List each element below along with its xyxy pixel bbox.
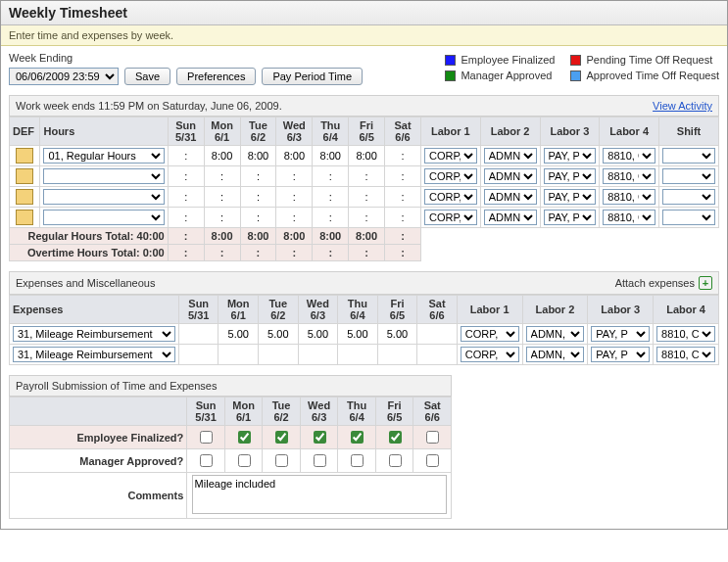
save-button[interactable]: Save (124, 68, 170, 85)
hours-cell[interactable] (388, 149, 417, 163)
expense-cell[interactable] (341, 327, 374, 341)
labor2-select[interactable]: ADMN, (526, 347, 585, 362)
hours-cell[interactable] (315, 149, 345, 163)
hours-cell[interactable] (279, 149, 309, 163)
expense-cell[interactable] (262, 348, 295, 361)
expense-cell[interactable] (302, 327, 335, 341)
labor2-select[interactable]: ADMN, (526, 326, 585, 342)
attach-expenses-link[interactable]: Attach expenses (615, 277, 695, 289)
emp-final-sat[interactable] (426, 431, 439, 444)
hours-cell[interactable] (352, 190, 381, 204)
labor1-select[interactable]: CORP, (424, 189, 477, 205)
def-icon[interactable] (16, 210, 33, 225)
shift-select[interactable] (662, 189, 715, 205)
hours-cell[interactable] (244, 190, 273, 204)
hours-type-select[interactable] (43, 210, 164, 225)
mgr-appr-sun[interactable] (200, 454, 213, 467)
expense-cell[interactable] (381, 327, 414, 341)
labor2-select[interactable]: ADMN, (484, 168, 537, 184)
labor2-select[interactable]: ADMN, (484, 148, 537, 164)
labor1-select[interactable]: CORP, (424, 168, 477, 184)
hours-cell[interactable] (171, 190, 201, 204)
hours-cell[interactable] (279, 169, 309, 183)
hours-cell[interactable] (315, 169, 345, 183)
hours-cell[interactable] (352, 149, 381, 163)
mgr-appr-tue[interactable] (275, 454, 288, 467)
mgr-appr-fri[interactable] (389, 454, 402, 467)
mgr-appr-wed[interactable] (314, 454, 326, 467)
pay-period-button[interactable]: Pay Period Time (262, 68, 363, 85)
hours-cell[interactable] (171, 169, 201, 183)
hours-cell[interactable] (171, 211, 201, 224)
expense-cell[interactable] (420, 327, 454, 341)
preferences-button[interactable]: Preferences (176, 68, 256, 85)
hours-cell[interactable] (244, 149, 273, 163)
labor3-select[interactable]: PAY, P (544, 148, 597, 164)
emp-final-wed[interactable] (314, 431, 326, 444)
labor3-select[interactable]: PAY, P (591, 347, 650, 362)
hours-cell[interactable] (315, 190, 345, 204)
hours-cell[interactable] (244, 211, 273, 224)
labor1-select[interactable]: CORP, (461, 326, 519, 342)
hours-cell[interactable] (208, 211, 237, 224)
hours-cell[interactable] (279, 190, 309, 204)
labor2-select[interactable]: ADMN, (484, 189, 537, 205)
view-activity-link[interactable]: View Activity (653, 100, 712, 112)
shift-select[interactable] (662, 210, 715, 225)
hours-cell[interactable] (388, 169, 417, 183)
mgr-appr-mon[interactable] (238, 454, 251, 467)
comments-textarea[interactable] (192, 475, 447, 514)
mgr-appr-sat[interactable] (426, 454, 439, 467)
hours-cell[interactable] (315, 211, 345, 224)
emp-final-thu[interactable] (351, 431, 364, 444)
expense-cell[interactable] (221, 327, 255, 341)
attach-icon[interactable]: + (699, 276, 712, 290)
expense-cell[interactable] (381, 348, 414, 361)
labor1-select[interactable]: CORP, (424, 210, 477, 225)
expense-cell[interactable] (302, 348, 335, 361)
expense-type-select[interactable]: 31, Mileage Reimbursement (13, 326, 175, 342)
def-icon[interactable] (16, 148, 33, 164)
def-icon[interactable] (16, 189, 33, 205)
hours-cell[interactable] (208, 149, 237, 163)
labor3-select[interactable]: PAY, P (544, 210, 597, 225)
mgr-appr-thu[interactable] (351, 454, 364, 467)
labor4-select[interactable]: 8810, C (603, 210, 655, 225)
labor2-select[interactable]: ADMN, (484, 210, 537, 225)
hours-cell[interactable] (244, 169, 273, 183)
emp-final-tue[interactable] (275, 431, 288, 444)
labor4-select[interactable]: 8810, C (603, 189, 655, 205)
hours-cell[interactable] (279, 211, 309, 224)
labor4-select[interactable]: 8810, C (603, 148, 655, 164)
emp-final-mon[interactable] (238, 431, 251, 444)
hours-cell[interactable] (171, 149, 201, 163)
hours-type-select[interactable] (43, 168, 164, 184)
hours-type-select[interactable] (43, 189, 164, 205)
labor3-select[interactable]: PAY, P (591, 326, 650, 342)
def-icon[interactable] (16, 168, 33, 184)
labor1-select[interactable]: CORP, (461, 347, 519, 362)
labor3-select[interactable]: PAY, P (544, 189, 597, 205)
expense-cell[interactable] (182, 348, 216, 361)
week-ending-select[interactable]: 06/06/2009 23:59 (9, 68, 119, 85)
expense-type-select[interactable]: 31, Mileage Reimbursement (13, 347, 175, 362)
hours-cell[interactable] (388, 190, 417, 204)
labor4-select[interactable]: 8810, C (656, 326, 715, 342)
hours-cell[interactable] (208, 190, 237, 204)
labor4-select[interactable]: 8810, C (656, 347, 715, 362)
expense-cell[interactable] (182, 327, 216, 341)
emp-final-sun[interactable] (200, 431, 213, 444)
hours-cell[interactable] (388, 211, 417, 224)
expense-cell[interactable] (221, 348, 255, 361)
labor3-select[interactable]: PAY, P (544, 168, 597, 184)
hours-cell[interactable] (352, 211, 381, 224)
hours-cell[interactable] (352, 169, 381, 183)
labor1-select[interactable]: CORP, (424, 148, 477, 164)
expense-cell[interactable] (420, 348, 454, 361)
shift-select[interactable] (662, 148, 715, 164)
hours-cell[interactable] (208, 169, 237, 183)
labor4-select[interactable]: 8810, C (603, 168, 655, 184)
expense-cell[interactable] (341, 348, 374, 361)
emp-final-fri[interactable] (389, 431, 402, 444)
expense-cell[interactable] (262, 327, 295, 341)
